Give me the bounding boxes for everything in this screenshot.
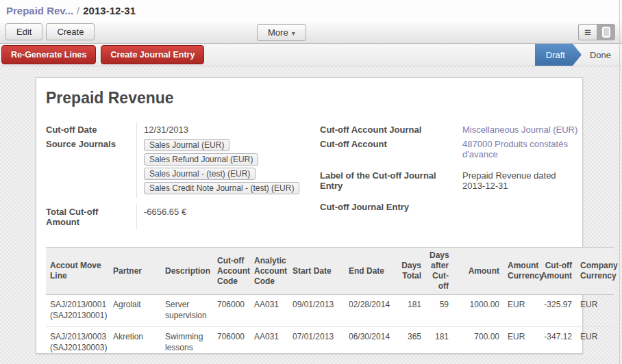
- create-button[interactable]: Create: [46, 23, 95, 40]
- cell-cutoff-amount: -5983.56: [534, 359, 576, 364]
- cell-account-code: 706000: [213, 359, 250, 364]
- total-cutoff-label: Total Cut-off Amount: [46, 205, 136, 229]
- journal-entry-label-value: Prepaid Revenue dated 2013-12-31: [456, 168, 578, 193]
- cell-description: Maintenance contract: [161, 359, 213, 364]
- form-view-button[interactable]: [597, 24, 615, 40]
- cell-amount-currency: EUR: [503, 327, 534, 359]
- cell-days-after: 59: [425, 295, 453, 327]
- cell-amount-currency: EUR: [503, 359, 534, 364]
- status-done-badge: Done: [582, 44, 618, 66]
- journal-tag: Sales Journal - (test) (EUR): [144, 168, 256, 180]
- col-analytic-account-code: Analytic Account Code: [250, 248, 288, 295]
- list-icon: ≡: [584, 27, 591, 38]
- form-sheet: Prepaid Revenue Cut-off Date 12/31/2013 …: [36, 77, 583, 354]
- cell-days-total: 365: [394, 327, 425, 359]
- cell-amount: 700.00: [453, 327, 503, 359]
- col-account-move-line: Accout Move Line: [46, 248, 109, 295]
- col-end-date: End Date: [345, 248, 394, 295]
- cell-cutoff-amount: -325.97: [534, 295, 576, 327]
- col-days-after-cutoff: Days after Cut-off: [425, 248, 453, 295]
- page-title: Prepaid Revenue: [46, 89, 582, 107]
- total-cutoff-value: -6656.65 €: [136, 205, 320, 229]
- table-row[interactable]: SAJ/2013/0003 (SAJ20130003) Akretion Swi…: [46, 327, 614, 359]
- journal-tag: Sales Credit Note Journal - (test) (EUR): [144, 182, 299, 194]
- cutoff-journal-entry-value: [456, 200, 578, 214]
- breadcrumb-parent-link[interactable]: Prepaid Rev...: [6, 5, 73, 16]
- status-draft-badge: Draft: [535, 44, 582, 66]
- col-cutoff-account-code: Cut-off Account Code: [213, 248, 250, 295]
- statusbar: Draft Done: [535, 44, 618, 66]
- cutoff-account-value: 487000 Produits constatés d'avance: [456, 137, 578, 161]
- cell-move-line: SAJ/2013/0002 (SAJ20130002): [46, 359, 109, 364]
- cutoff-account-journal-value: Miscellaneous Journal (EUR): [456, 122, 578, 137]
- cutoff-journal-entry-label: Cut-off Journal Entry: [320, 200, 456, 214]
- cell-end-date: 06/30/2014: [345, 327, 394, 359]
- cell-description: Swimming lessons: [161, 327, 213, 359]
- table-header-row: Accout Move Line Partner Description Cut…: [46, 248, 614, 295]
- cell-company-currency: EUR: [576, 359, 614, 364]
- cell-analytic-code: AA031: [250, 295, 288, 327]
- journal-tag: Sales Journal (EUR): [144, 139, 229, 151]
- cell-company-currency: EUR: [576, 295, 614, 327]
- cell-start-date: 07/01/2013: [288, 327, 345, 359]
- view-switcher: ≡: [578, 24, 615, 40]
- prepaid-revenue-form-page: { "colors": { "accent_red": "#c03030", "…: [0, 0, 622, 364]
- cell-amount: 1000.00: [453, 295, 503, 327]
- edit-button[interactable]: Edit: [5, 23, 42, 40]
- cell-partner: Akretion: [109, 327, 161, 359]
- table-row[interactable]: SAJ/2013/0001 (SAJ20130001) Agrolait Ser…: [46, 295, 614, 327]
- journal-entry-label-label: Label of the Cut-off Journal Entry: [320, 168, 456, 193]
- action-bar: Re-Generate Lines Create Journal Entry D…: [0, 44, 622, 66]
- cutoff-account-link[interactable]: 487000 Produits constatés d'avance: [462, 139, 568, 159]
- cell-cutoff-amount: -347.12: [534, 327, 576, 359]
- chevron-down-icon: ▾: [292, 29, 295, 37]
- cell-end-date: 02/28/2014: [345, 295, 394, 327]
- cell-start-date: 10/01/2013: [288, 359, 345, 364]
- col-amount-currency: Amount Currency: [503, 248, 534, 295]
- cell-move-line: SAJ/2013/0001 (SAJ20130001): [46, 295, 109, 327]
- toolbar: Edit Create More▾ ≡: [0, 21, 622, 44]
- list-view-button[interactable]: ≡: [578, 24, 597, 40]
- cell-partner: Camptocamp: [109, 359, 161, 364]
- breadcrumb: Prepaid Rev... / 2013-12-31: [0, 0, 622, 21]
- form-icon: [602, 27, 610, 38]
- cell-analytic-code: AA034: [250, 359, 288, 364]
- cutoff-date-value: 12/31/2013: [136, 122, 320, 137]
- cutoff-account-journal-link[interactable]: Miscellaneous Journal (EUR): [462, 125, 577, 135]
- more-dropdown-button[interactable]: More▾: [257, 24, 306, 41]
- cell-amount: 8000.00: [453, 359, 503, 364]
- breadcrumb-current: 2013-12-31: [83, 5, 136, 16]
- cell-partner: Agrolait: [109, 295, 161, 327]
- cell-days-after: 181: [425, 327, 453, 359]
- cell-description: Server supervision: [161, 295, 213, 327]
- breadcrumb-separator: /: [77, 5, 79, 16]
- journal-tag: Sales Refund Journal (EUR): [144, 153, 258, 166]
- window-right-border: [619, 0, 620, 364]
- cell-amount-currency: EUR: [503, 295, 534, 327]
- cutoff-account-journal-label: Cut-off Account Journal: [320, 122, 456, 137]
- cell-days-total: 365: [394, 359, 425, 364]
- cell-end-date: 09/30/2014: [345, 359, 394, 364]
- cell-start-date: 09/01/2013: [288, 295, 345, 327]
- cell-account-code: 706000: [213, 327, 250, 359]
- col-days-total: Days Total: [394, 248, 425, 295]
- field-group-left: Cut-off Date 12/31/2013 Source Journals …: [46, 122, 320, 229]
- source-journal-tags: Sales Journal (EUR) Sales Refund Journal…: [144, 139, 319, 196]
- col-start-date: Start Date: [288, 248, 345, 295]
- regenerate-lines-button[interactable]: Re-Generate Lines: [1, 45, 96, 64]
- cell-analytic-code: AA031: [250, 327, 288, 359]
- cell-company-currency: EUR: [576, 327, 614, 359]
- cell-days-total: 181: [394, 295, 425, 327]
- more-label: More: [268, 27, 288, 38]
- field-groups: Cut-off Date 12/31/2013 Source Journals …: [46, 122, 582, 229]
- cutoff-date-label: Cut-off Date: [46, 122, 136, 137]
- col-company-currency: Company Currency: [576, 248, 614, 295]
- create-journal-entry-button[interactable]: Create Journal Entry: [101, 45, 204, 64]
- cutoff-lines-table: Accout Move Line Partner Description Cut…: [46, 247, 614, 364]
- cutoff-account-label: Cut-off Account: [320, 137, 456, 161]
- cell-move-line: SAJ/2013/0003 (SAJ20130003): [46, 327, 109, 359]
- content-area: Prepaid Revenue Cut-off Date 12/31/2013 …: [0, 66, 622, 364]
- table-row[interactable]: SAJ/2013/0002 (SAJ20130002) Camptocamp M…: [46, 359, 614, 364]
- source-journals-value: Sales Journal (EUR) Sales Refund Journal…: [136, 137, 320, 198]
- col-partner: Partner: [109, 248, 161, 295]
